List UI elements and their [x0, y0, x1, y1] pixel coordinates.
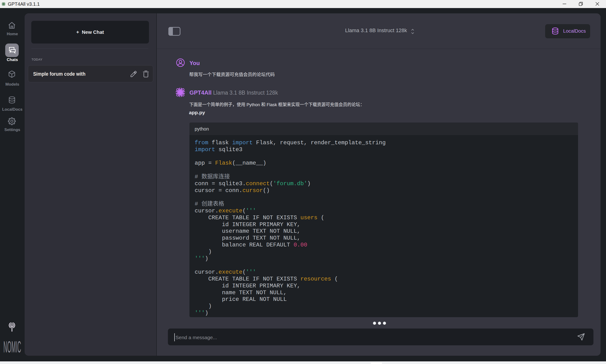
svg-text:NOMIC: NOMIC [3, 341, 21, 353]
